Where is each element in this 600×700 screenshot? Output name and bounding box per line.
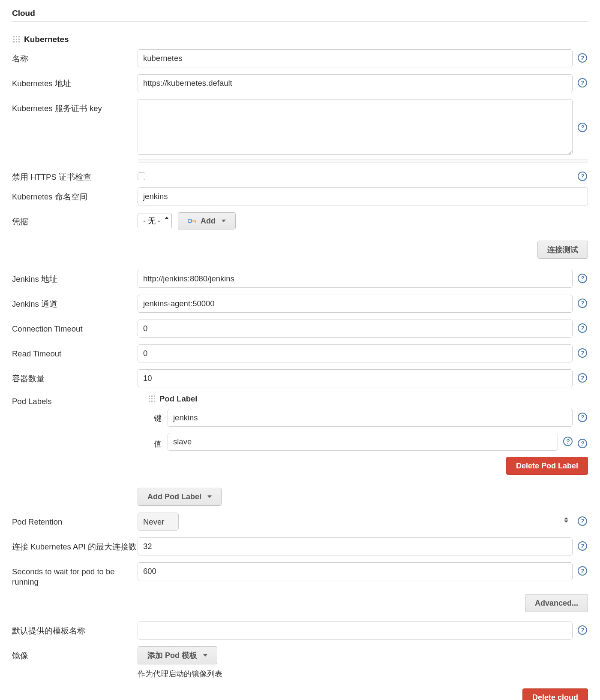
svg-point-17 (188, 219, 192, 223)
svg-rect-19 (195, 220, 196, 223)
advanced-button[interactable]: Advanced... (525, 594, 588, 612)
svg-text:?: ? (581, 567, 585, 574)
pod-retention-select[interactable]: Never (138, 513, 179, 531)
images-description: 作为代理启动的镜像列表 (138, 669, 222, 679)
key-icon (188, 218, 197, 224)
pod-label-key-input[interactable] (168, 409, 573, 427)
svg-rect-5 (18, 39, 20, 40)
default-template-input[interactable] (138, 622, 573, 640)
help-icon[interactable]: ? (578, 299, 588, 309)
delete-cloud-label: Delete cloud (532, 693, 578, 700)
max-connections-input[interactable] (138, 537, 573, 555)
help-icon[interactable]: ? (578, 123, 588, 133)
subheader-label: Kubernetes (24, 35, 69, 44)
help-icon[interactable]: ? (578, 348, 588, 359)
pod-labels-label: Pod Labels (12, 394, 138, 407)
caret-down-icon (203, 654, 207, 657)
disable-https-check-label: 禁用 HTTPS 证书检查 (12, 168, 138, 182)
add-pod-template-button[interactable]: 添加 Pod 模板 (138, 646, 217, 664)
jenkins-url-input[interactable] (138, 270, 573, 288)
resize-handle[interactable] (138, 159, 588, 163)
server-cert-key-label: Kubernetes 服务证书 key (12, 99, 138, 114)
help-icon[interactable]: ? (578, 625, 588, 636)
svg-text:?: ? (581, 543, 585, 549)
images-label: 镜像 (12, 646, 138, 661)
svg-text:?: ? (581, 300, 585, 307)
add-label: Add (201, 217, 216, 226)
svg-rect-38 (151, 401, 153, 402)
help-icon[interactable]: ? (578, 172, 588, 182)
credentials-label: 凭据 (12, 212, 138, 227)
svg-text:?: ? (581, 350, 585, 356)
help-icon[interactable]: ? (563, 437, 573, 447)
help-icon[interactable]: ? (578, 566, 588, 576)
add-credentials-button[interactable]: Add (178, 212, 236, 229)
svg-rect-33 (154, 395, 155, 397)
svg-rect-37 (149, 401, 150, 402)
help-icon[interactable]: ? (578, 323, 588, 334)
svg-rect-31 (149, 395, 150, 397)
caret-down-icon (207, 495, 212, 498)
pod-label-value-label: 值 (148, 434, 168, 449)
namespace-label: Kubernetes 命名空间 (12, 187, 138, 202)
help-icon[interactable]: ? (578, 78, 588, 88)
svg-rect-20 (194, 220, 195, 222)
svg-text:?: ? (581, 374, 585, 381)
test-connection-button[interactable]: 连接测试 (537, 241, 588, 259)
svg-text:?: ? (581, 414, 585, 421)
svg-text:?: ? (581, 440, 585, 447)
pod-retention-label: Pod Retention (12, 513, 138, 527)
svg-text:?: ? (581, 54, 585, 61)
jenkins-tunnel-input[interactable] (138, 295, 573, 313)
svg-text:?: ? (581, 627, 585, 634)
svg-text:?: ? (581, 124, 585, 131)
help-icon[interactable]: ? (578, 439, 588, 449)
namespace-input[interactable] (138, 187, 588, 205)
add-pod-label-text: Add Pod Label (147, 492, 201, 501)
svg-rect-34 (149, 398, 150, 399)
help-icon[interactable]: ? (578, 373, 588, 383)
advanced-label: Advanced... (535, 599, 578, 608)
delete-cloud-button[interactable]: Delete cloud (522, 688, 588, 700)
help-icon[interactable]: ? (578, 413, 588, 423)
read-timeout-input[interactable] (138, 344, 573, 362)
add-pod-template-text: 添加 Pod 模板 (147, 650, 197, 661)
grip-icon (148, 395, 156, 403)
conn-timeout-label: Connection Timeout (12, 320, 138, 334)
help-icon[interactable]: ? (578, 274, 588, 284)
svg-rect-7 (16, 41, 17, 42)
add-pod-label-button[interactable]: Add Pod Label (138, 488, 222, 506)
svg-rect-39 (154, 401, 155, 402)
svg-text:?: ? (581, 325, 585, 332)
container-cap-label: 容器数量 (12, 369, 138, 384)
svg-text:?: ? (581, 518, 585, 525)
svg-rect-2 (18, 36, 20, 37)
help-icon[interactable]: ? (578, 516, 588, 527)
k8s-url-label: Kubernetes 地址 (12, 74, 138, 89)
seconds-wait-input[interactable] (138, 562, 573, 580)
k8s-url-input[interactable] (138, 74, 573, 92)
svg-text:?: ? (581, 173, 585, 180)
help-icon[interactable]: ? (578, 53, 588, 63)
svg-rect-3 (13, 39, 15, 40)
svg-text:?: ? (581, 275, 585, 282)
svg-rect-0 (13, 36, 15, 37)
default-template-label: 默认提供的模板名称 (12, 622, 138, 636)
svg-rect-4 (16, 39, 17, 40)
delete-pod-label-button[interactable]: Delete Pod Label (506, 457, 588, 475)
pod-label-value-input[interactable] (168, 433, 558, 451)
credentials-select[interactable]: - 无 - (138, 214, 172, 228)
svg-rect-35 (151, 398, 153, 399)
svg-rect-6 (13, 41, 15, 42)
conn-timeout-input[interactable] (138, 320, 573, 338)
pod-label-key-label: 键 (148, 409, 168, 423)
help-icon[interactable]: ? (578, 541, 588, 552)
server-cert-key-textarea[interactable] (138, 99, 573, 155)
name-input[interactable] (138, 49, 573, 67)
max-connections-label: 连接 Kubernetes API 的最大连接数 (12, 537, 138, 552)
container-cap-input[interactable] (138, 369, 573, 387)
disable-https-checkbox[interactable] (138, 172, 145, 180)
svg-rect-32 (151, 395, 153, 397)
pod-label-header: Pod Label (159, 394, 197, 404)
kubernetes-subheader: Kubernetes (13, 35, 588, 44)
